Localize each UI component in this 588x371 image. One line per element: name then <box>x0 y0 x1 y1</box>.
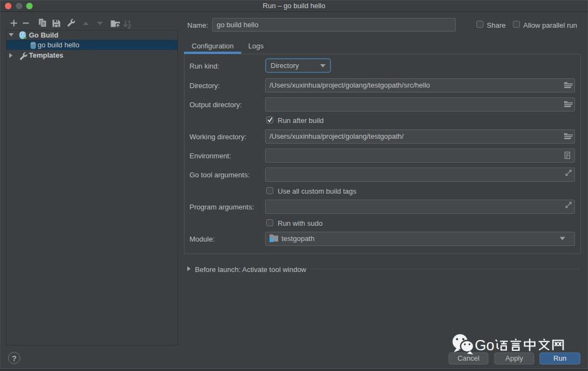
svg-text:Go: Go <box>475 337 494 354</box>
